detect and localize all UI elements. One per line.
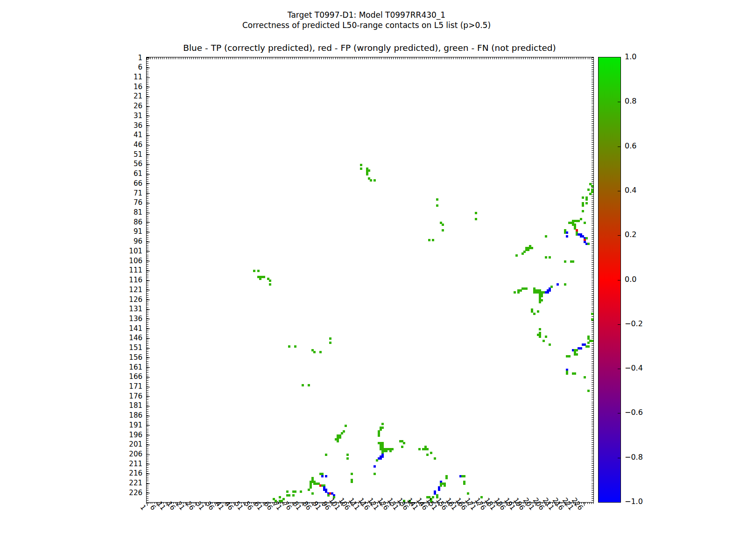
contact-cell-fn — [549, 256, 551, 259]
contact-cell-fn — [582, 204, 584, 207]
y-tick-label: 131 — [124, 306, 142, 313]
contact-cell-fn — [582, 210, 584, 212]
contact-cell-fn — [282, 498, 285, 500]
y-tick-label: 196 — [124, 432, 142, 439]
y-major-tick — [147, 464, 150, 464]
y-major-tick — [147, 116, 150, 116]
contact-cell-fn — [463, 475, 465, 477]
contact-cell-fn — [585, 198, 588, 201]
y-tick-label: 101 — [124, 248, 142, 255]
y-tick-label: 41 — [124, 132, 142, 139]
y-tick-label: 201 — [124, 441, 142, 448]
colorbar-tick-label: 0.2 — [625, 231, 636, 239]
contact-cell-fn — [531, 247, 533, 249]
y-major-tick — [147, 154, 150, 155]
y-tick-label: 156 — [124, 354, 142, 361]
contact-cell-fn — [346, 454, 349, 456]
contact-cell-tp — [374, 465, 376, 468]
y-tick-label: 26 — [124, 103, 142, 110]
contact-cell-fn — [587, 243, 590, 245]
contact-cell-fn — [279, 496, 281, 498]
y-tick-label: 21 — [124, 93, 142, 100]
contact-cell-fn — [584, 222, 586, 224]
y-major-tick — [147, 222, 150, 223]
y-major-tick — [147, 445, 150, 445]
contact-cell-fn — [302, 384, 304, 386]
y-major-tick — [147, 455, 150, 455]
y-tick-label: 111 — [124, 267, 142, 274]
contact-cell-fn — [434, 457, 436, 460]
y-tick-label: 71 — [124, 190, 142, 197]
contact-cell-fn — [351, 481, 353, 483]
contact-cell-fn — [432, 239, 434, 241]
y-major-tick — [147, 348, 150, 349]
y-major-tick — [147, 319, 150, 319]
contact-cell-tp — [580, 347, 582, 350]
contact-cell-fn — [329, 337, 331, 340]
y-major-tick — [147, 87, 150, 87]
contact-cell-fn — [294, 345, 296, 348]
y-tick-label: 186 — [124, 412, 142, 419]
y-major-tick — [147, 338, 150, 339]
contact-cell-fn — [300, 490, 302, 493]
colorbar-tick-label: 0.0 — [625, 275, 636, 284]
y-tick-label: 46 — [124, 141, 142, 148]
y-tick-label: 136 — [124, 315, 142, 322]
y-major-tick — [147, 357, 150, 358]
y-tick-label: 96 — [124, 238, 142, 245]
contact-cell-fn — [564, 283, 566, 286]
colorbar-tick-label: 0.8 — [625, 97, 636, 105]
y-major-tick — [147, 126, 150, 126]
y-axis-minor-ticks-left — [147, 57, 148, 502]
contact-cell-fn — [403, 442, 405, 444]
contact-cell-fn — [310, 486, 312, 489]
colorbar-tick-label: −0.4 — [625, 364, 643, 372]
contact-cell-tp — [380, 457, 382, 460]
contact-cell-fn — [308, 384, 310, 386]
contact-cell-fn — [286, 490, 289, 493]
y-major-tick — [147, 183, 150, 184]
y-major-tick — [147, 271, 150, 271]
y-major-tick — [147, 474, 150, 474]
y-major-tick — [147, 145, 150, 146]
contact-cell-fn — [346, 457, 349, 460]
contact-cell-fn — [539, 336, 541, 338]
contact-cell-fn — [426, 448, 429, 450]
contact-cell-fn — [537, 310, 539, 313]
y-tick-label: 76 — [124, 199, 142, 206]
x-tick-label: 1 — [139, 504, 147, 511]
contact-cell-fn — [319, 351, 322, 353]
contact-cell-fn — [545, 256, 547, 259]
contact-cell-fn — [442, 229, 444, 231]
contact-cell-fn — [378, 434, 380, 437]
contact-cell-fn — [591, 340, 593, 342]
contact-cell-fn — [475, 212, 477, 214]
y-major-tick — [147, 435, 150, 435]
figure-subtitle: Correctness of predicted L50-range conta… — [0, 21, 733, 30]
y-major-tick — [147, 406, 150, 406]
y-tick-label: 166 — [124, 373, 142, 380]
contact-cell-fn — [345, 425, 347, 427]
contact-cell-fn — [584, 376, 586, 378]
colorbar-tick-label: −0.8 — [625, 453, 643, 462]
contact-cell-tp — [566, 231, 568, 234]
y-major-tick — [147, 58, 150, 58]
y-tick-label: 51 — [124, 151, 142, 158]
y-tick-label: 86 — [124, 219, 142, 226]
y-major-tick — [147, 193, 150, 194]
contact-cell-fn — [313, 351, 316, 353]
contact-cell-fn — [374, 473, 376, 475]
y-major-tick — [147, 493, 150, 493]
contact-cell-fn — [521, 252, 524, 255]
colorbar-tick-label: −0.6 — [625, 408, 643, 417]
contact-cell-tp — [566, 235, 568, 238]
colorbar-tick-label: −0.2 — [625, 320, 643, 328]
y-major-tick — [147, 425, 150, 426]
contact-cell-fn — [351, 473, 353, 475]
contact-cell-fn — [545, 336, 547, 338]
contact-cell-fn — [539, 328, 541, 330]
y-tick-label: 171 — [124, 383, 142, 390]
contact-cell-fn — [391, 448, 394, 450]
contact-cell-fn — [337, 440, 339, 442]
y-major-tick — [147, 232, 150, 232]
